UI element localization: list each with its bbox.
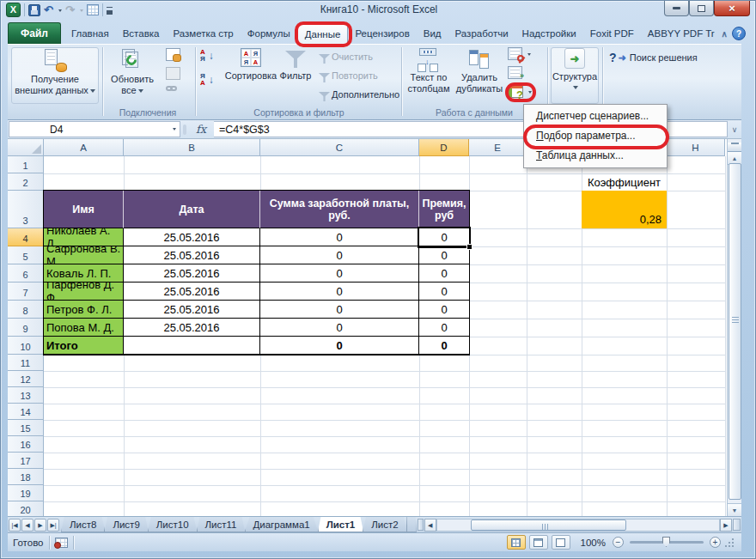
row-header-10[interactable]: 10 bbox=[8, 337, 44, 355]
table-cell-name[interactable]: Коваль Л. П. bbox=[44, 264, 124, 283]
table-cell[interactable]: 0 bbox=[260, 301, 419, 319]
coefficient-label[interactable]: Коэффициент bbox=[582, 173, 667, 191]
resize-grip[interactable] bbox=[724, 538, 735, 548]
tab-Foxit PDF[interactable]: Foxit PDF bbox=[583, 23, 641, 44]
vertical-split-handle[interactable] bbox=[728, 143, 741, 152]
table-cell-name[interactable]: Петров Ф. Л. bbox=[44, 301, 124, 319]
column-header-E[interactable]: E bbox=[469, 139, 527, 156]
row-header-17[interactable]: 17 bbox=[8, 453, 44, 469]
menu-item-2[interactable]: Подбор параметра... bbox=[524, 126, 667, 146]
table-cell[interactable]: 25.05.2016 bbox=[124, 283, 260, 301]
collapse-ribbon-icon[interactable]: ∧ bbox=[722, 29, 728, 39]
row-header-5[interactable]: 5 bbox=[8, 246, 44, 264]
normal-view-button[interactable] bbox=[507, 535, 526, 550]
solver-button[interactable]: ?➜ Поиск решения bbox=[609, 51, 698, 64]
scroll-down-icon[interactable]: ▼ bbox=[728, 503, 741, 516]
table-cell[interactable]: 25.05.2016 bbox=[124, 246, 260, 264]
menu-item-1[interactable]: Диспетчер сценариев... bbox=[524, 106, 667, 126]
table-cell[interactable]: 0 bbox=[419, 301, 469, 319]
table-cell-name[interactable]: Николаев А. Д. bbox=[44, 228, 124, 246]
remove-duplicates-button[interactable]: Удалить дубликаты bbox=[454, 47, 504, 104]
zoom-slider[interactable] bbox=[630, 541, 704, 544]
macro-record-icon[interactable] bbox=[55, 538, 68, 548]
table-cell[interactable]: 25.05.2016 bbox=[124, 228, 260, 246]
select-all-corner[interactable] bbox=[8, 139, 44, 156]
data-validation-button[interactable] bbox=[508, 47, 531, 60]
table-cell[interactable]: 0 bbox=[419, 283, 469, 301]
outline-button[interactable]: ➜ Структура bbox=[551, 47, 599, 104]
refresh-all-button[interactable]: Обновить все bbox=[106, 47, 159, 104]
column-header-D[interactable]: D bbox=[419, 139, 469, 156]
page-break-view-button[interactable] bbox=[552, 535, 570, 550]
insert-function-button[interactable]: fx bbox=[188, 121, 214, 137]
tab-Надстройки[interactable]: Надстройки bbox=[515, 23, 583, 44]
sheet-tab-Лист1[interactable]: Лист1 bbox=[318, 517, 364, 532]
vertical-scrollbar-thumb[interactable] bbox=[729, 163, 741, 500]
sort-descending-button[interactable]: ЯА ↓ bbox=[200, 73, 214, 87]
tab-area-split-handle[interactable] bbox=[733, 519, 741, 531]
sheet-tab-Лист2[interactable]: Лист2 bbox=[363, 517, 406, 532]
row-header-14[interactable]: 14 bbox=[8, 404, 44, 420]
hscroll-right-icon[interactable]: ▶ bbox=[720, 519, 732, 532]
sheet-tab-partial[interactable] bbox=[406, 517, 417, 532]
sheet-tab-Лист11[interactable]: Лист11 bbox=[197, 517, 246, 532]
table-cell[interactable]: 0 bbox=[419, 246, 469, 264]
get-external-data-button[interactable]: Получение внешних данных bbox=[11, 47, 99, 104]
filter-button[interactable]: Фильтр bbox=[277, 47, 314, 100]
sheet-tab-Диаграмма1[interactable]: Диаграмма1 bbox=[245, 517, 319, 532]
worksheet[interactable]: Коэффициент 0,28 ИмяДатаСумма заработной… bbox=[8, 139, 727, 516]
tab-Формулы[interactable]: Формулы bbox=[241, 23, 297, 44]
table-cell-name[interactable]: Попова М. Д. bbox=[44, 319, 124, 337]
table-cell[interactable]: 0 bbox=[419, 319, 469, 337]
connection-properties-icon[interactable] bbox=[166, 48, 180, 61]
consolidate-button[interactable]: » bbox=[508, 66, 522, 79]
row-header-9[interactable]: 9 bbox=[8, 319, 44, 337]
table-cell-name[interactable]: Сафронова В. М. bbox=[44, 246, 124, 264]
row-header-20[interactable]: 20 bbox=[8, 501, 44, 516]
sheet-tab-Лист10[interactable]: Лист10 bbox=[148, 517, 198, 532]
next-sheet-icon[interactable]: ▶ bbox=[34, 519, 46, 532]
menu-item-3[interactable]: Таблица данных... bbox=[524, 146, 667, 166]
tab-file[interactable]: Файл bbox=[8, 22, 61, 44]
row-header-15[interactable]: 15 bbox=[8, 420, 44, 436]
name-box[interactable]: D4 bbox=[9, 121, 180, 137]
row-header-1[interactable]: 1 bbox=[8, 156, 44, 173]
text-to-columns-button[interactable]: ↓ Текст по столбцам bbox=[405, 47, 453, 104]
minimize-button[interactable] bbox=[664, 1, 689, 16]
coefficient-value-cell[interactable]: 0,28 bbox=[582, 191, 667, 228]
table-cell[interactable]: 0 bbox=[260, 283, 419, 301]
name-box-dropdown-arrow-icon[interactable] bbox=[173, 128, 176, 132]
tab-ABBYY PDF Tr[interactable]: ABBYY PDF Tr bbox=[641, 23, 722, 44]
table-cell[interactable]: 0 bbox=[260, 246, 419, 264]
restore-button[interactable] bbox=[689, 1, 714, 16]
expand-formula-bar-icon[interactable]: ∨ bbox=[728, 121, 741, 137]
tab-Вид[interactable]: Вид bbox=[417, 23, 448, 44]
column-header-H[interactable]: H bbox=[667, 139, 725, 156]
tab-Данные[interactable]: Данные bbox=[297, 23, 349, 44]
sort-ascending-button[interactable]: АЯ ↓ bbox=[200, 49, 214, 63]
what-if-analysis-button[interactable]: ? bbox=[508, 85, 532, 98]
sheet-tab-Лист8[interactable]: Лист8 bbox=[61, 517, 105, 532]
column-header-C[interactable]: C bbox=[260, 139, 419, 156]
row-header-18[interactable]: 18 bbox=[8, 469, 44, 485]
table-cell[interactable] bbox=[124, 337, 260, 355]
zoom-out-button[interactable]: − bbox=[613, 537, 624, 548]
table-cell[interactable]: 25.05.2016 bbox=[124, 301, 260, 319]
sheet-tab-Лист9[interactable]: Лист9 bbox=[104, 517, 148, 532]
first-sheet-icon[interactable]: |◀ bbox=[9, 519, 21, 532]
zoom-slider-handle[interactable] bbox=[662, 537, 670, 547]
column-header-A[interactable]: A bbox=[44, 139, 124, 156]
row-header-2[interactable]: 2 bbox=[8, 173, 44, 191]
row-header-12[interactable]: 12 bbox=[8, 371, 44, 387]
sort-button[interactable]: АЯЯА Сортировка bbox=[224, 47, 277, 100]
close-button[interactable]: × bbox=[714, 1, 750, 16]
row-header-13[interactable]: 13 bbox=[8, 387, 44, 404]
table-cell[interactable]: 0 bbox=[260, 264, 419, 283]
zoom-in-button[interactable]: + bbox=[710, 537, 721, 548]
table-cell-name[interactable]: Итого bbox=[44, 337, 124, 355]
tab-split-handle[interactable] bbox=[418, 519, 424, 531]
tab-Разметка стр[interactable]: Разметка стр bbox=[166, 23, 240, 44]
table-cell[interactable]: 0 bbox=[260, 337, 419, 355]
horizontal-scrollbar[interactable] bbox=[436, 519, 720, 532]
hscroll-left-icon[interactable]: ◀ bbox=[424, 519, 436, 532]
